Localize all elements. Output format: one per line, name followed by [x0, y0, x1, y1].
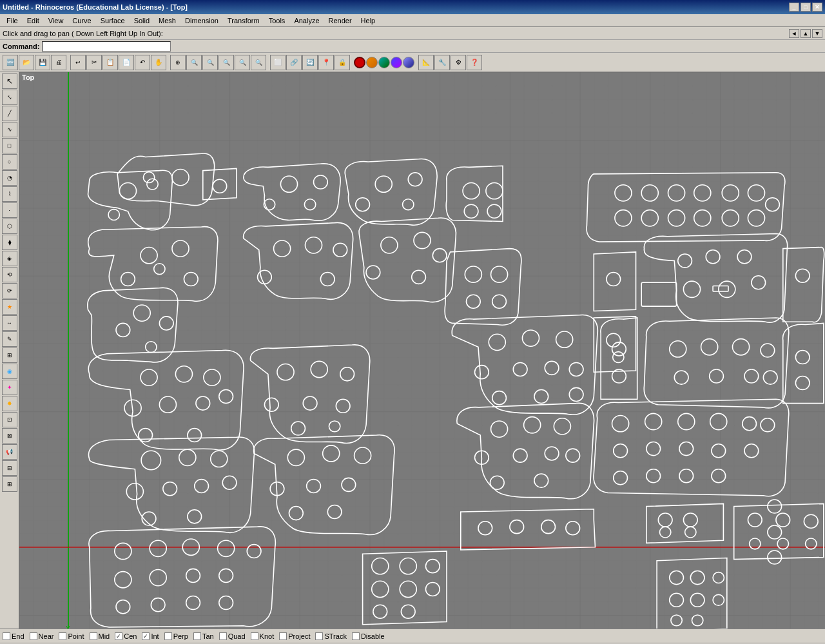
tool-circle[interactable]: ○ [2, 154, 17, 170]
tool-dimension2[interactable]: ⊟ [2, 460, 17, 476]
tool-mesh[interactable]: ⧫ [2, 235, 17, 250]
snap-point[interactable]: Point [59, 632, 84, 640]
panel-collapse-btn[interactable]: ◄ [789, 29, 799, 38]
snap-tan[interactable]: Tan [193, 632, 214, 640]
toolbar-open[interactable]: 📂 [19, 55, 34, 70]
toolbar-zoom-out[interactable]: 🔍 [186, 55, 202, 70]
snap-knot[interactable]: Knot [251, 632, 275, 640]
panel-right-btn[interactable]: ▼ [812, 29, 822, 38]
command-input[interactable] [42, 41, 171, 52]
toolbar-zoom-in[interactable]: ⊕ [170, 55, 186, 70]
tool-layer[interactable]: ◉ [2, 364, 17, 379]
snap-strack[interactable]: STrack [315, 632, 346, 640]
snap-near[interactable]: Near [30, 632, 54, 640]
menu-view[interactable]: View [44, 15, 68, 26]
tool-curve[interactable]: ∿ [2, 122, 17, 137]
tool-cage[interactable]: ⊠ [2, 428, 17, 444]
tool-light[interactable]: ✦ [2, 380, 17, 395]
snap-int[interactable]: ✓ Int [142, 632, 159, 640]
tool-edit[interactable]: ✎ [2, 331, 17, 347]
menu-surface[interactable]: Surface [97, 15, 129, 26]
snap-project[interactable]: Project [279, 632, 310, 640]
tool-dims[interactable]: ↔ [2, 315, 17, 331]
tool-history[interactable]: ⊞ [2, 347, 17, 363]
toolbar-rotate[interactable]: 🔄 [302, 55, 318, 70]
toolbar-copy[interactable]: 📋 [102, 55, 118, 70]
tool-solid[interactable]: ◈ [2, 251, 17, 266]
snap-disable-checkbox[interactable] [352, 632, 360, 640]
toolbar-zoom-all[interactable]: 🔍 [235, 55, 250, 70]
snap-mid[interactable]: Mid [90, 632, 110, 640]
toolbar-zoom-window[interactable]: 🔍 [202, 55, 218, 70]
tool-select[interactable]: ↖ [2, 73, 17, 89]
menu-solid[interactable]: Solid [130, 15, 153, 26]
snap-quad-checkbox[interactable] [219, 632, 227, 640]
toolbar-point[interactable]: 📍 [318, 55, 334, 70]
toolbar-undo-history[interactable]: ↩ [70, 55, 86, 70]
toolbar-save[interactable]: 💾 [35, 55, 50, 70]
snap-near-checkbox[interactable] [30, 632, 37, 640]
snap-point-checkbox[interactable] [59, 632, 66, 640]
toolbar-paste[interactable]: 📄 [119, 55, 134, 70]
toolbar-grid[interactable]: ⬜ [270, 55, 286, 70]
snap-cen-checkbox[interactable]: ✓ [115, 632, 122, 640]
tool-explode[interactable]: ✸ [2, 396, 17, 411]
tool-script[interactable]: 📢 [2, 444, 17, 460]
viewport[interactable]: Top [19, 72, 825, 629]
snap-end[interactable]: End [3, 632, 24, 640]
toolbar-settings[interactable]: ⚙ [451, 55, 466, 70]
toolbar-color3[interactable] [378, 57, 390, 68]
tool-transform[interactable]: ⟲ [2, 267, 17, 282]
menu-render[interactable]: Render [325, 15, 356, 26]
tool-misc[interactable]: ⊞ [2, 476, 17, 492]
toolbar-color2[interactable] [366, 57, 378, 68]
menu-tools[interactable]: Tools [265, 15, 289, 26]
toolbar-pan[interactable]: ✋ [151, 55, 166, 70]
tool-render[interactable]: ★ [2, 299, 17, 315]
menu-curve[interactable]: Curve [68, 15, 95, 26]
snap-project-checkbox[interactable] [279, 632, 287, 640]
tool-block[interactable]: ⊡ [2, 412, 17, 427]
tool-select2[interactable]: ⤡ [2, 90, 17, 105]
panel-left-btn[interactable]: ▲ [801, 29, 811, 38]
tool-line[interactable]: ╱ [2, 106, 17, 121]
tool-arc[interactable]: ◔ [2, 170, 17, 186]
tool-surface[interactable]: ⬡ [2, 219, 17, 234]
menu-transform[interactable]: Transform [224, 15, 264, 26]
toolbar-lock[interactable]: 🔒 [335, 55, 350, 70]
toolbar-color4[interactable] [391, 57, 402, 68]
toolbar-sphere[interactable] [403, 57, 414, 68]
snap-int-checkbox[interactable]: ✓ [142, 632, 150, 640]
tool-point[interactable]: · [2, 202, 17, 218]
toolbar-undo[interactable]: ↶ [135, 55, 150, 70]
menu-dimension[interactable]: Dimension [181, 15, 222, 26]
menu-file[interactable]: File [3, 15, 22, 26]
snap-end-checkbox[interactable] [3, 632, 10, 640]
toolbar-color1[interactable] [354, 57, 365, 68]
minimize-button[interactable]: _ [789, 3, 799, 12]
toolbar-dimension[interactable]: 📐 [418, 55, 434, 70]
maximize-button[interactable]: □ [801, 3, 811, 12]
snap-disable[interactable]: Disable [352, 632, 385, 640]
menu-edit[interactable]: Edit [23, 15, 43, 26]
toolbar-help[interactable]: ❓ [467, 55, 482, 70]
menu-help[interactable]: Help [357, 15, 380, 26]
close-button[interactable]: ✕ [812, 3, 822, 12]
snap-strack-checkbox[interactable] [315, 632, 323, 640]
menu-analyze[interactable]: Analyze [290, 15, 323, 26]
toolbar-tools2[interactable]: 🔧 [434, 55, 450, 70]
snap-knot-checkbox[interactable] [251, 632, 258, 640]
snap-tan-checkbox[interactable] [193, 632, 201, 640]
toolbar-zoom-extents[interactable]: 🔍 [218, 55, 234, 70]
title-bar-buttons[interactable]: _ □ ✕ [789, 3, 822, 12]
toolbar-cut[interactable]: ✂ [86, 55, 102, 70]
tool-analyze[interactable]: ⟳ [2, 283, 17, 298]
snap-perp[interactable]: Perp [164, 632, 188, 640]
toolbar-zoom-selected[interactable]: 🔍 [251, 55, 266, 70]
toolbar-new[interactable]: 🆕 [3, 55, 18, 70]
snap-cen[interactable]: ✓ Cen [115, 632, 137, 640]
toolbar-snap-grid[interactable]: 🔗 [286, 55, 302, 70]
toolbar-print[interactable]: 🖨 [51, 55, 66, 70]
snap-quad[interactable]: Quad [219, 632, 246, 640]
menu-mesh[interactable]: Mesh [155, 15, 180, 26]
